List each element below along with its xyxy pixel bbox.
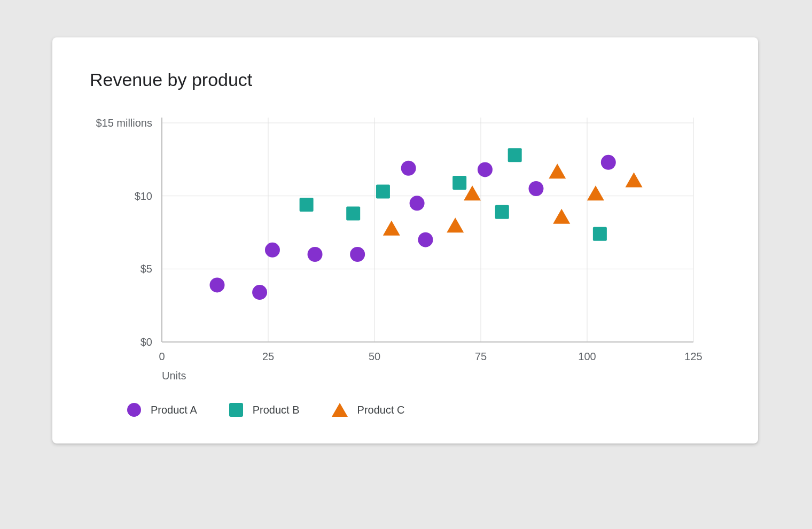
svg-text:$10: $10 [135, 190, 152, 202]
data-point [528, 181, 543, 196]
data-point [626, 173, 643, 188]
legend-label-c: Product C [357, 404, 405, 416]
legend-item-product-b: Product B [229, 403, 300, 417]
chart-title: Revenue by product [90, 69, 252, 90]
data-point [601, 155, 616, 170]
data-point [508, 148, 522, 162]
chart-card: Revenue by product $0$5$10$15 millions02… [52, 37, 758, 444]
svg-text:75: 75 [475, 351, 487, 362]
svg-text:125: 125 [684, 351, 702, 362]
data-point [478, 162, 493, 177]
data-point [452, 176, 466, 190]
svg-text:50: 50 [369, 351, 380, 362]
data-point [549, 164, 566, 178]
data-point [209, 277, 224, 292]
scatter-chart-svg: $0$5$10$15 millions0255075100125Units [90, 107, 720, 406]
svg-text:$0: $0 [140, 336, 152, 348]
data-point [300, 198, 314, 212]
data-point [308, 247, 323, 262]
data-point [410, 196, 425, 211]
legend-label-b: Product B [253, 404, 300, 416]
data-point [447, 217, 464, 232]
svg-text:Units: Units [162, 370, 186, 382]
chart-area: $0$5$10$15 millions0255075100125Units [90, 107, 720, 406]
data-point [265, 243, 280, 258]
chart-legend: Product A Product B Product C [127, 403, 404, 417]
data-point [418, 232, 433, 247]
data-point [553, 209, 570, 224]
data-point [376, 184, 390, 198]
data-point [350, 247, 365, 262]
data-point [495, 205, 509, 219]
legend-item-product-c: Product C [332, 403, 405, 417]
legend-label-a: Product A [151, 404, 197, 416]
square-icon [229, 403, 243, 417]
circle-icon [127, 403, 141, 417]
legend-item-product-a: Product A [127, 403, 197, 417]
data-point [593, 227, 607, 241]
svg-text:$15 millions: $15 millions [96, 117, 152, 129]
svg-text:25: 25 [262, 351, 274, 362]
data-point [383, 221, 400, 236]
data-point [587, 185, 604, 200]
svg-text:100: 100 [578, 351, 596, 362]
triangle-icon [332, 403, 348, 417]
data-point [346, 206, 360, 220]
data-point [252, 285, 267, 300]
svg-text:$5: $5 [140, 263, 152, 275]
data-point [401, 161, 416, 176]
svg-text:0: 0 [159, 351, 165, 362]
